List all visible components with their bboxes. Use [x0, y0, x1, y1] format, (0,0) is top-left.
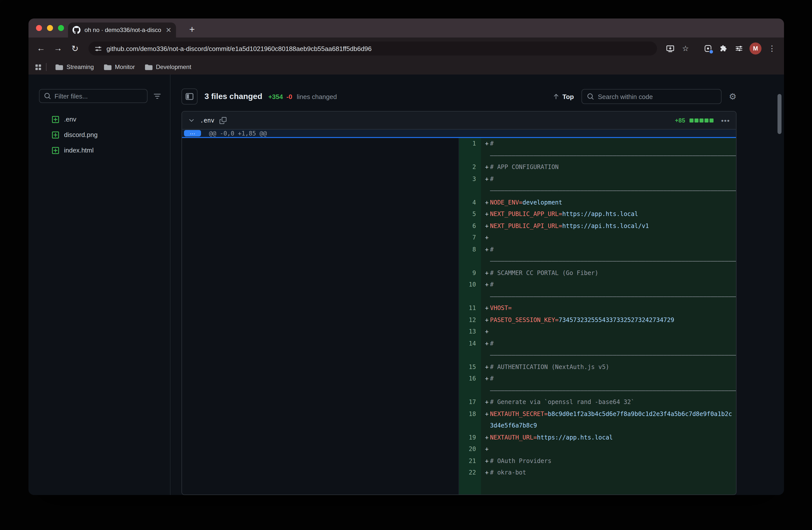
diff-line-sign: +: [481, 444, 490, 455]
new-tab-button[interactable]: +: [186, 23, 199, 36]
browser-toolbar: ← → ↻ github.com/demo336/not-a-discord/c…: [29, 38, 784, 59]
diff-line-sign: +: [481, 138, 490, 150]
back-icon[interactable]: ←: [33, 41, 48, 56]
diff-added-icon: [52, 146, 59, 154]
diff-line-number[interactable]: 1: [459, 138, 481, 150]
diff-line-number[interactable]: 21: [459, 455, 481, 467]
filter-button[interactable]: [151, 89, 163, 102]
refresh-icon[interactable]: ↻: [68, 41, 83, 56]
diff-line-code: # ——————————————————————————————————————…: [490, 338, 736, 361]
diff-line-code: NEXT_PUBLIC_API_URL=https://api.hts.loca…: [490, 220, 736, 232]
tab-close-icon[interactable]: ✕: [166, 27, 172, 33]
copy-path-icon[interactable]: [219, 117, 227, 124]
diff-line-number[interactable]: 17: [459, 397, 481, 408]
diff-line-number[interactable]: 12: [459, 314, 481, 326]
profile-avatar[interactable]: M: [750, 43, 762, 55]
diff-line-number[interactable]: 9: [459, 267, 481, 279]
files-changed-title: 3 files changed: [204, 92, 262, 101]
collapse-chevron-icon[interactable]: [188, 117, 195, 124]
diff-line-number[interactable]: 22: [459, 467, 481, 479]
browser-menu-icon[interactable]: ⋮: [765, 42, 779, 56]
diff-line-code: # AUTHENTICATION (NextAuth.js v5): [490, 361, 736, 373]
file-tree-item[interactable]: discord.png: [29, 127, 170, 143]
diff-line-number[interactable]: 5: [459, 209, 481, 220]
hunk-header-row: ⋯ @@ -0,0 +1,85 @@: [182, 129, 736, 138]
diff-line-code: # ——————————————————————————————————————…: [490, 244, 736, 267]
diff-line: 14+# ———————————————————————————————————…: [459, 338, 736, 361]
diffstat-blocks: [690, 118, 714, 122]
diff-line-sign: +: [481, 373, 490, 385]
diff-settings-gear-icon[interactable]: ⚙: [729, 92, 737, 101]
diff-line-number[interactable]: 8: [459, 244, 481, 256]
file-tree-toggle-button[interactable]: [182, 88, 198, 104]
diff-line-number[interactable]: 6: [459, 220, 481, 232]
diff-line-number[interactable]: 14: [459, 338, 481, 349]
diff-line-number[interactable]: 11: [459, 302, 481, 314]
bookmark-folder-item[interactable]: Monitor: [100, 62, 139, 72]
file-tree-item[interactable]: index.html: [29, 143, 170, 158]
diff-line-sign: +: [481, 338, 490, 349]
diff-line-number[interactable]: 13: [459, 326, 481, 338]
diff-line: 2+# APP CONFIGURATION: [459, 161, 736, 173]
diff-line: 15+# AUTHENTICATION (NextAuth.js v5): [459, 361, 736, 373]
diff-line: 4+NODE_ENV=development: [459, 197, 736, 209]
diff-line: 10+# ———————————————————————————————————…: [459, 279, 736, 302]
diff-added-icon: [52, 131, 59, 139]
diff-line-code: # okra-bot: [490, 467, 736, 479]
diffstat-block: [695, 118, 699, 122]
scroll-to-top-button[interactable]: Top: [552, 93, 574, 100]
filter-files-field[interactable]: [55, 92, 143, 100]
search-within-code-input[interactable]: [581, 89, 722, 104]
forward-icon[interactable]: →: [50, 41, 66, 56]
extensions-puzzle-icon[interactable]: [716, 42, 730, 56]
top-label: Top: [563, 93, 574, 100]
zoom-window-button[interactable]: [58, 25, 64, 31]
split-diff: ⋯ @@ -0,0 +1,85 @@ 1+# —————————————————…: [182, 129, 736, 495]
diff-line-number[interactable]: 2: [459, 161, 481, 173]
diff-line: 16+# ———————————————————————————————————…: [459, 373, 736, 397]
diff-line-sign: +: [481, 397, 490, 408]
diff-line-number[interactable]: 7: [459, 232, 481, 244]
apps-grid-icon[interactable]: [34, 63, 42, 71]
bookmark-star-icon[interactable]: ☆: [679, 42, 693, 56]
github-favicon: [72, 26, 81, 34]
diff-line-number[interactable]: 18: [459, 408, 481, 420]
search-within-code-field[interactable]: [598, 93, 716, 100]
file-tree-label: .env: [64, 115, 76, 123]
file-tree-label: discord.png: [64, 131, 98, 139]
file-tree-item[interactable]: .env: [29, 112, 170, 127]
browser-tab[interactable]: oh no · demo336/not-a-disco ✕: [68, 23, 176, 38]
minimize-window-button[interactable]: [47, 25, 53, 31]
search-icon: [44, 92, 51, 100]
scrollbar-thumb[interactable]: [778, 94, 782, 134]
diff-line-number[interactable]: 16: [459, 373, 481, 385]
diff-line-number[interactable]: 20: [459, 444, 481, 455]
hunk-range: @@ -0,0 +1,85 @@: [209, 130, 267, 137]
diff-line-number[interactable]: 19: [459, 432, 481, 444]
diff-line: 1+# ————————————————————————————————————…: [459, 138, 736, 161]
filter-files-input[interactable]: [39, 89, 147, 103]
site-info-icon[interactable]: [95, 45, 102, 52]
url-bar[interactable]: github.com/demo336/not-a-discord/commit/…: [88, 42, 657, 56]
file-tree-label: index.html: [64, 146, 94, 154]
folder-icon: [56, 63, 63, 71]
bookmark-folder-item[interactable]: Development: [141, 62, 195, 72]
diff-line-number[interactable]: 3: [459, 173, 481, 185]
bookmark-folder-item[interactable]: Streaming: [52, 62, 98, 72]
diff-line-number[interactable]: 15: [459, 361, 481, 373]
install-app-icon[interactable]: [663, 42, 677, 56]
side-panel-icon[interactable]: [732, 42, 746, 56]
file-options-kebab-icon[interactable]: •••: [721, 116, 730, 124]
diff-line-sign: +: [481, 220, 490, 232]
deletions-count: -0: [287, 93, 292, 100]
expand-hunk-button[interactable]: ⋯: [184, 130, 201, 137]
diff-line-number[interactable]: 4: [459, 197, 481, 209]
desktop-background: oh no · demo336/not-a-disco ✕ + ← → ↻ gi…: [0, 0, 812, 530]
diff-line-number[interactable]: 10: [459, 279, 481, 291]
diff-line: 13+: [459, 326, 736, 338]
close-window-button[interactable]: [36, 25, 42, 31]
extension-pinned-icon[interactable]: [701, 42, 715, 56]
folder-icon: [145, 63, 152, 71]
file-name[interactable]: .env: [200, 117, 215, 124]
tab-title: oh no · demo336/not-a-disco: [85, 27, 162, 33]
